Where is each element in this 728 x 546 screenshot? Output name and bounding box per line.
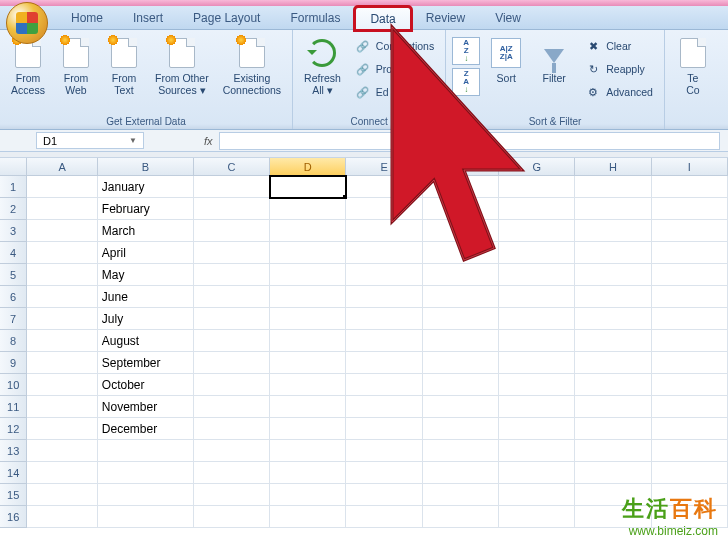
- cell-C15[interactable]: [194, 484, 270, 506]
- cell-G4[interactable]: [499, 242, 575, 264]
- cell-I10[interactable]: [652, 374, 728, 396]
- reapply-button[interactable]: ↻Reapply: [580, 58, 658, 80]
- cell-D14[interactable]: [270, 462, 346, 484]
- column-header-F[interactable]: F: [423, 158, 499, 176]
- cell-F2[interactable]: [423, 198, 499, 220]
- cell-C11[interactable]: [194, 396, 270, 418]
- column-header-D[interactable]: D: [270, 158, 346, 176]
- cell-B5[interactable]: May: [98, 264, 194, 286]
- cell-A16[interactable]: [27, 506, 97, 528]
- tab-home[interactable]: Home: [56, 6, 118, 29]
- row-header-7[interactable]: 7: [0, 308, 27, 330]
- cell-A2[interactable]: [27, 198, 97, 220]
- cell-D11[interactable]: [270, 396, 346, 418]
- cell-C6[interactable]: [194, 286, 270, 308]
- row-header-8[interactable]: 8: [0, 330, 27, 352]
- cell-F15[interactable]: [423, 484, 499, 506]
- sort-asc-button[interactable]: AZ↓: [452, 37, 480, 65]
- cell-G13[interactable]: [499, 440, 575, 462]
- cell-G16[interactable]: [499, 506, 575, 528]
- cell-C16[interactable]: [194, 506, 270, 528]
- cell-B11[interactable]: November: [98, 396, 194, 418]
- cell-E4[interactable]: [346, 242, 422, 264]
- cell-I12[interactable]: [652, 418, 728, 440]
- cell-C2[interactable]: [194, 198, 270, 220]
- cell-D7[interactable]: [270, 308, 346, 330]
- name-box[interactable]: D1 ▼: [36, 132, 144, 149]
- sort-desc-button[interactable]: ZA↓: [452, 68, 480, 96]
- cell-B15[interactable]: [98, 484, 194, 506]
- tab-data[interactable]: Data: [355, 7, 410, 30]
- existing-connections-button[interactable]: ExistingConnections: [218, 33, 286, 100]
- cell-D1[interactable]: [270, 176, 346, 198]
- cell-G1[interactable]: [499, 176, 575, 198]
- row-header-16[interactable]: 16: [0, 506, 27, 528]
- cell-E5[interactable]: [346, 264, 422, 286]
- cell-E15[interactable]: [346, 484, 422, 506]
- cell-I9[interactable]: [652, 352, 728, 374]
- cell-F12[interactable]: [423, 418, 499, 440]
- cell-G5[interactable]: [499, 264, 575, 286]
- cell-B14[interactable]: [98, 462, 194, 484]
- from-text-button[interactable]: FromText: [102, 33, 146, 100]
- column-header-E[interactable]: E: [346, 158, 422, 176]
- cell-F13[interactable]: [423, 440, 499, 462]
- cell-B9[interactable]: September: [98, 352, 194, 374]
- cell-G11[interactable]: [499, 396, 575, 418]
- cell-D10[interactable]: [270, 374, 346, 396]
- cell-G8[interactable]: [499, 330, 575, 352]
- row-header-9[interactable]: 9: [0, 352, 27, 374]
- cell-A7[interactable]: [27, 308, 97, 330]
- column-header-H[interactable]: H: [575, 158, 651, 176]
- row-header-5[interactable]: 5: [0, 264, 27, 286]
- cell-A5[interactable]: [27, 264, 97, 286]
- refresh-all-button[interactable]: RefreshAll ▾: [299, 33, 346, 100]
- cell-C10[interactable]: [194, 374, 270, 396]
- sort-button[interactable]: A|ZZ|A Sort: [484, 33, 528, 88]
- cell-I14[interactable]: [652, 462, 728, 484]
- cell-I4[interactable]: [652, 242, 728, 264]
- cell-F16[interactable]: [423, 506, 499, 528]
- cell-F6[interactable]: [423, 286, 499, 308]
- cell-A1[interactable]: [27, 176, 97, 198]
- cell-B7[interactable]: July: [98, 308, 194, 330]
- column-header-I[interactable]: I: [652, 158, 728, 176]
- column-header-B[interactable]: B: [98, 158, 194, 176]
- cell-H6[interactable]: [575, 286, 651, 308]
- cell-H14[interactable]: [575, 462, 651, 484]
- cell-C9[interactable]: [194, 352, 270, 374]
- cell-E6[interactable]: [346, 286, 422, 308]
- cell-G7[interactable]: [499, 308, 575, 330]
- cell-H5[interactable]: [575, 264, 651, 286]
- cell-A15[interactable]: [27, 484, 97, 506]
- cell-H1[interactable]: [575, 176, 651, 198]
- cell-F10[interactable]: [423, 374, 499, 396]
- cell-F8[interactable]: [423, 330, 499, 352]
- cell-C1[interactable]: [194, 176, 270, 198]
- cell-H13[interactable]: [575, 440, 651, 462]
- cell-D4[interactable]: [270, 242, 346, 264]
- cell-G14[interactable]: [499, 462, 575, 484]
- cell-I5[interactable]: [652, 264, 728, 286]
- cell-A4[interactable]: [27, 242, 97, 264]
- cell-E7[interactable]: [346, 308, 422, 330]
- cell-E10[interactable]: [346, 374, 422, 396]
- cell-B8[interactable]: August: [98, 330, 194, 352]
- cell-E3[interactable]: [346, 220, 422, 242]
- cell-B12[interactable]: December: [98, 418, 194, 440]
- cell-E2[interactable]: [346, 198, 422, 220]
- cell-I3[interactable]: [652, 220, 728, 242]
- cell-H3[interactable]: [575, 220, 651, 242]
- cell-I8[interactable]: [652, 330, 728, 352]
- cell-D12[interactable]: [270, 418, 346, 440]
- cell-G15[interactable]: [499, 484, 575, 506]
- cell-C5[interactable]: [194, 264, 270, 286]
- cell-I6[interactable]: [652, 286, 728, 308]
- cell-H12[interactable]: [575, 418, 651, 440]
- tab-formulas[interactable]: Formulas: [275, 6, 355, 29]
- cell-G3[interactable]: [499, 220, 575, 242]
- row-header-2[interactable]: 2: [0, 198, 27, 220]
- cell-H7[interactable]: [575, 308, 651, 330]
- row-header-3[interactable]: 3: [0, 220, 27, 242]
- row-header-6[interactable]: 6: [0, 286, 27, 308]
